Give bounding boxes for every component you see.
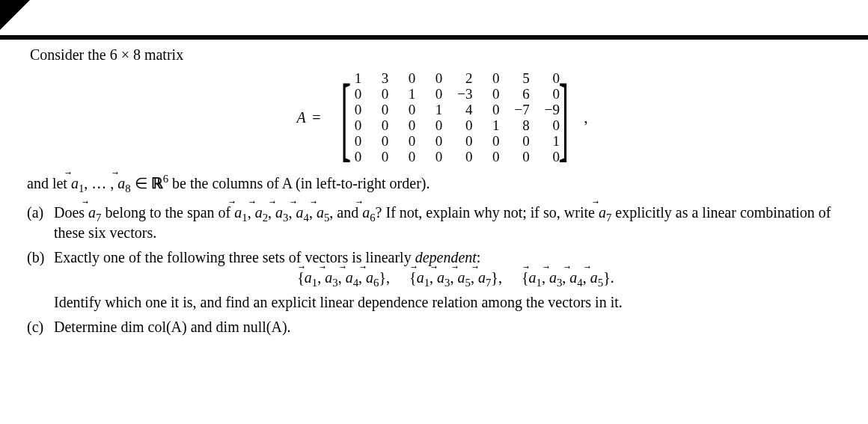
sub-2: 2: [263, 212, 268, 224]
matrix-cell: 2: [450, 70, 480, 86]
sub-3: 3: [332, 277, 337, 289]
qa-vec-list: ⃗a1, ⃗a2, ⃗a3, ⃗a4, ⃗a5, and ⃗a6: [234, 204, 375, 221]
matrix-cell: 0: [369, 133, 396, 149]
set-comma: ,: [471, 269, 478, 286]
cols-elem: ∈: [131, 175, 151, 191]
sub-4: 4: [577, 277, 582, 289]
matrix-cell: 0: [480, 86, 507, 102]
matrix-trailing-comma: ,: [584, 109, 588, 126]
list-comma: ,: [268, 204, 275, 221]
question-b: (b) Exactly one of the following three s…: [27, 249, 858, 311]
vec-a1: ⃗a: [71, 175, 79, 192]
matrix-cell: 1: [396, 86, 423, 102]
columns-definition: and let ⃗a1, … , ⃗a8 ∈ ℝ6 be the columns…: [27, 173, 858, 195]
set-comma: ,: [542, 269, 549, 286]
question-a: (a) Does ⃗a7 belong to the span of ⃗a1, …: [27, 204, 858, 242]
sub-1: 1: [537, 277, 542, 289]
brace-left: {: [522, 269, 529, 286]
cols-dots: , … ,: [84, 175, 117, 191]
qb-label: (b): [27, 249, 54, 311]
set-comma: ,: [317, 269, 325, 286]
top-bar: [0, 35, 868, 40]
sub-1: 1: [424, 277, 430, 289]
vec-a4: ⃗a: [346, 269, 353, 286]
vector-set: {⃗a1, ⃗a3, ⃗a4, ⃗a5}.: [522, 269, 614, 286]
qa-pre: Does: [54, 204, 88, 221]
matrix-cell: 0: [369, 86, 396, 102]
matrix-cell: 0: [507, 133, 537, 149]
brace-right: }: [603, 269, 611, 286]
matrix-cell: 0: [396, 117, 423, 133]
cols-pre: and let: [27, 175, 71, 191]
matrix-cell: 6: [507, 86, 537, 102]
brace-left: {: [297, 269, 305, 286]
vec-a3: ⃗a: [549, 269, 557, 286]
equals-sign: =: [312, 109, 320, 126]
vec-a3: ⃗a: [437, 269, 444, 286]
qc-dimcol: dim col(A): [120, 319, 186, 335]
vec-a7-q2: ⃗a: [599, 204, 606, 221]
matrix-A: 130020500010−3060000140−7−90000018000000…: [342, 70, 567, 165]
qb-colon: :: [477, 249, 481, 265]
vec-a5: ⃗a: [590, 269, 598, 286]
matrix-cell: 0: [450, 133, 480, 149]
matrix-cell: 0: [369, 102, 396, 117]
matrix-name: A: [296, 109, 305, 126]
matrix-cell: 0: [423, 133, 450, 149]
vector-set: {⃗a1, ⃗a3, ⃗a5, ⃗a7},: [409, 269, 502, 286]
matrix-cell: 0: [423, 86, 450, 102]
qa-body: Does ⃗a7 belong to the span of ⃗a1, ⃗a2,…: [54, 204, 858, 242]
real-R: ℝ: [151, 175, 163, 191]
qb-sets: {⃗a1, ⃗a3, ⃗a4, ⃗a6},{⃗a1, ⃗a3, ⃗a5, ⃗a7…: [54, 269, 858, 289]
brace-left: {: [409, 269, 417, 286]
set-comma: ,: [358, 269, 366, 286]
list-comma: ,: [248, 204, 255, 221]
sub-8: 8: [125, 182, 130, 194]
list-and: , and: [329, 204, 362, 221]
left-bracket: [: [340, 70, 351, 165]
vec-a5: ⃗a: [458, 269, 465, 286]
matrix-cell: 0: [423, 70, 450, 86]
qa-sub7: 7: [96, 212, 101, 224]
set-comma: ,: [430, 269, 437, 286]
qb-dep: dependent: [415, 249, 477, 265]
matrix-cell: 0: [423, 117, 450, 133]
vec-a1: ⃗a: [305, 269, 312, 286]
vec-a7: ⃗a: [478, 269, 486, 286]
matrix-row: 13002050: [342, 70, 567, 86]
qc-pre: Determine: [54, 319, 120, 335]
qc-period: .: [287, 319, 291, 335]
matrix-cell: 0: [507, 149, 537, 165]
set-sep: ,: [386, 269, 390, 286]
vec-a6: ⃗a: [362, 204, 370, 221]
sub-1: 1: [242, 212, 247, 224]
qa-label: (a): [27, 204, 54, 242]
set-comma: ,: [583, 269, 590, 286]
qc-label: (c): [27, 319, 54, 336]
matrix-cell: −3: [450, 86, 480, 102]
matrix-cell: 5: [507, 70, 537, 86]
cols-post: be the columns of A (in left-to-right or…: [168, 175, 430, 191]
corner-triangle: [0, 0, 30, 30]
matrix-cell: 0: [396, 102, 423, 117]
matrix-row: 00000001: [342, 133, 567, 149]
matrix-row: 00000180: [342, 117, 567, 133]
vec-a1: ⃗a: [529, 269, 537, 286]
vec-a5: ⃗a: [317, 204, 324, 221]
matrix-cell: 0: [480, 149, 507, 165]
problem-content: Consider the 6 × 8 matrix A = [ 13002050…: [27, 46, 858, 343]
sub-5: 5: [465, 277, 471, 289]
qb-post: Identify which one it is, and find an ex…: [54, 294, 623, 310]
matrix-cell: −7: [507, 102, 537, 117]
qa-mid: belong to the span of: [102, 204, 235, 221]
matrix-equation: A = [ 130020500010−3060000140−7−90000018…: [27, 70, 858, 165]
matrix-cell: 1: [480, 117, 507, 133]
matrix-cell: 1: [423, 102, 450, 117]
matrix-cell: 8: [507, 117, 537, 133]
matrix-row: 00000000: [342, 149, 567, 165]
vec-a3: ⃗a: [275, 204, 283, 221]
matrix-cell: 0: [480, 102, 507, 117]
question-c: (c) Determine dim col(A) and dim null(A)…: [27, 319, 858, 336]
vec-a8: ⃗a: [117, 175, 125, 192]
right-bracket: ]: [558, 70, 569, 165]
